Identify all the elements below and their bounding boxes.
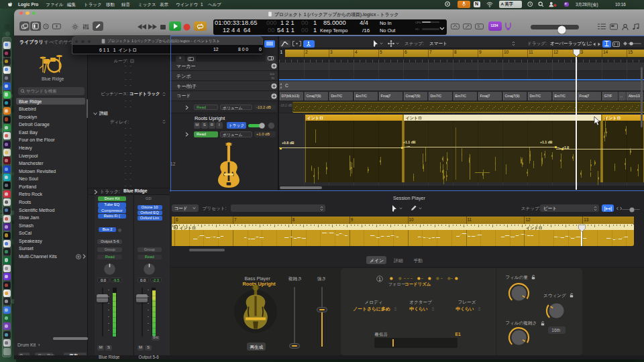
svg-text:1: 1 [378,276,381,281]
svg-text:?: ? [45,25,48,29]
